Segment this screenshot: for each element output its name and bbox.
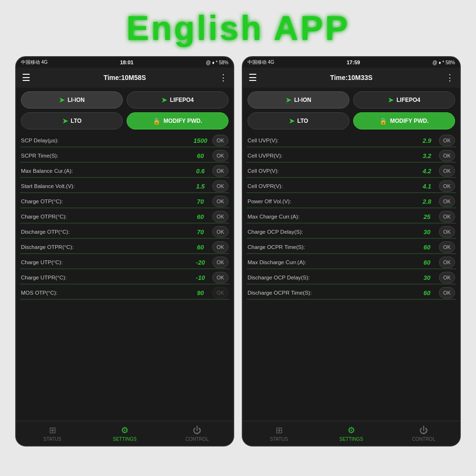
- ok-button[interactable]: OK: [439, 180, 455, 192]
- table-row: SCP Delay(μs):1500OK: [20, 132, 229, 148]
- setting-label: Charge OCP Delay(S):: [248, 229, 417, 235]
- status-icon-1: ⊞: [49, 425, 56, 436]
- status-right-1: @ ♦ * 58%: [206, 60, 228, 65]
- ok-button[interactable]: OK: [439, 226, 455, 238]
- table-row: Discharge OTP(°C):70OK: [20, 224, 229, 239]
- ok-button[interactable]: OK: [439, 272, 455, 283]
- nav-control-label-2: CONTROL: [412, 436, 436, 442]
- nav-settings-2[interactable]: ⚙ SETTINGS: [315, 421, 387, 446]
- ok-button[interactable]: OK: [212, 165, 228, 177]
- setting-underline: [247, 147, 456, 147]
- setting-underline: [20, 192, 229, 193]
- battery-row2-2: ➤ LTO 🔒 MODIFY PWD.: [243, 110, 460, 132]
- lifepo4-label-1: LIFEPO4: [170, 97, 194, 103]
- app-header-2: ☰ Time:10M33S ⋮: [243, 68, 460, 88]
- ok-button[interactable]: OK: [212, 211, 228, 222]
- lto-btn-1[interactable]: ➤ LTO: [21, 112, 123, 129]
- table-row: Charge UTP(°C):-20OK: [20, 254, 229, 269]
- setting-underline: [247, 284, 456, 284]
- nav-control-2[interactable]: ⏻ CONTROL: [387, 421, 460, 446]
- setting-value: 2.8: [417, 198, 437, 205]
- lifepo4-btn-1[interactable]: ➤ LIFEPO4: [127, 91, 228, 109]
- hamburger-icon-2[interactable]: ☰: [248, 73, 257, 82]
- table-row: Power Off Vol.(V):2.8OK: [247, 193, 456, 208]
- setting-value: 30: [417, 228, 437, 236]
- ok-button[interactable]: OK: [212, 180, 228, 192]
- setting-value: 4.2: [417, 168, 437, 175]
- table-row: Max Balance Cur.(A):0.6OK: [20, 163, 229, 178]
- more-icon-1[interactable]: ⋮: [219, 72, 228, 83]
- ok-button[interactable]: OK: [439, 165, 455, 177]
- setting-value: 25: [417, 213, 437, 220]
- lto-btn-2[interactable]: ➤ LTO: [248, 112, 349, 129]
- lock-icon-2: 🔒: [379, 118, 387, 125]
- ok-button[interactable]: OK: [439, 196, 455, 207]
- setting-underline: [20, 162, 229, 162]
- liion-btn-2[interactable]: ➤ LI-ION: [248, 91, 349, 109]
- ok-button[interactable]: OK: [212, 226, 228, 238]
- ok-button[interactable]: OK: [439, 257, 455, 268]
- ok-button[interactable]: OK: [212, 287, 228, 298]
- status-bar-1: 中国移动 4G 18:01 @ ♦ * 58%: [16, 57, 233, 68]
- ok-button[interactable]: OK: [439, 211, 455, 222]
- setting-label: Max Discharge Curr.(A):: [248, 259, 417, 265]
- setting-value: -10: [190, 274, 210, 281]
- liion-btn-1[interactable]: ➤ LI-ION: [21, 91, 123, 109]
- table-row: MOS OTP(°C):90OK: [20, 285, 229, 300]
- ok-button[interactable]: OK: [212, 272, 228, 283]
- hamburger-icon-1[interactable]: ☰: [22, 73, 30, 82]
- setting-value: 60: [417, 244, 437, 251]
- setting-value: 70: [190, 228, 210, 236]
- ok-button[interactable]: OK: [439, 150, 455, 161]
- setting-value: 60: [417, 289, 437, 297]
- setting-label: Cell OVP(V):: [248, 168, 417, 174]
- setting-value: -20: [190, 259, 210, 266]
- lto-label-2: LTO: [298, 118, 308, 124]
- nav-status-2[interactable]: ⊞ STATUS: [243, 421, 315, 446]
- ok-button[interactable]: OK: [212, 135, 228, 146]
- ok-button[interactable]: OK: [212, 241, 228, 253]
- nav-settings-1[interactable]: ⚙ SETTINGS: [89, 421, 161, 446]
- table-row: Charge UTPR(°C):-10OK: [20, 269, 229, 285]
- liion-label-2: LI-ION: [294, 97, 311, 103]
- ok-button[interactable]: OK: [439, 287, 455, 298]
- setting-label: SCP Delay(μs):: [21, 138, 190, 143]
- setting-value: 1.5: [190, 183, 210, 190]
- bottom-nav-1: ⊞ STATUS ⚙ SETTINGS ⏻ CONTROL: [16, 421, 233, 446]
- ok-button[interactable]: OK: [212, 196, 228, 207]
- setting-label: Max Balance Cur.(A):: [21, 168, 190, 174]
- header-title-1: Time:10M58S: [103, 74, 146, 81]
- setting-value: 30: [417, 274, 437, 281]
- modify-pwd-btn-2[interactable]: 🔒 MODIFY PWD.: [353, 112, 455, 129]
- table-row: Charge OCP Delay(S):30OK: [247, 224, 456, 239]
- setting-underline: [247, 299, 456, 299]
- lifepo4-btn-2[interactable]: ➤ LIFEPO4: [353, 91, 455, 109]
- setting-label: Charge UTP(°C):: [21, 259, 190, 265]
- setting-value: 4.1: [417, 183, 437, 190]
- ok-button[interactable]: OK: [439, 241, 455, 253]
- table-row: Cell OVPR(V):4.1OK: [247, 178, 456, 193]
- table-row: SCPR Time(S):60OK: [20, 148, 229, 163]
- modify-pwd-btn-1[interactable]: 🔒 MODIFY PWD.: [127, 112, 228, 129]
- nav-control-1[interactable]: ⏻ CONTROL: [161, 421, 233, 446]
- nav-status-1[interactable]: ⊞ STATUS: [16, 421, 89, 446]
- phone-1: 中国移动 4G 18:01 @ ♦ * 58% ☰ Time:10M58S ⋮ …: [15, 56, 234, 446]
- setting-label: Power Off Vol.(V):: [248, 198, 417, 204]
- settings-icon-2: ⚙: [347, 425, 355, 436]
- arrow-icon-liion-1: ➤: [59, 96, 65, 104]
- control-icon-2: ⏻: [419, 426, 428, 436]
- setting-label: Max Charge Curr.(A):: [248, 214, 417, 219]
- bottom-nav-2: ⊞ STATUS ⚙ SETTINGS ⏻ CONTROL: [243, 421, 460, 446]
- ok-button[interactable]: OK: [212, 150, 228, 161]
- pwd-label-1: MODIFY PWD.: [163, 118, 202, 124]
- setting-underline: [20, 268, 229, 269]
- arrow-icon-lifepo4-1: ➤: [161, 96, 167, 104]
- ok-button[interactable]: OK: [212, 257, 228, 268]
- setting-label: Charge OCPR Time(S):: [248, 244, 417, 250]
- setting-label: MOS OTP(°C):: [21, 290, 190, 296]
- table-row: Discharge OCP Delay(S):30OK: [247, 269, 456, 285]
- ok-button[interactable]: OK: [439, 135, 455, 146]
- lifepo4-label-2: LIFEPO4: [397, 97, 420, 103]
- more-icon-2[interactable]: ⋮: [446, 72, 454, 83]
- phones-row: 中国移动 4G 18:01 @ ♦ * 58% ☰ Time:10M58S ⋮ …: [10, 56, 466, 446]
